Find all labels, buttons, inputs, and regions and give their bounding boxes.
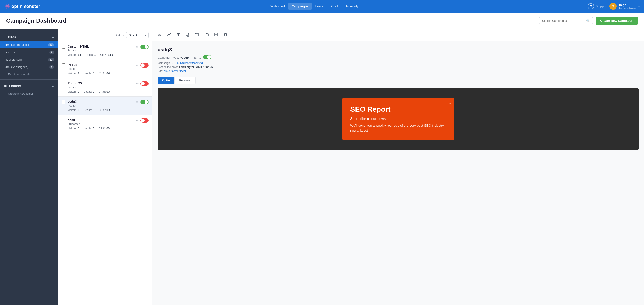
toolbar-copy-icon[interactable]	[184, 32, 191, 39]
campaign-checkbox[interactable]	[62, 100, 66, 104]
edit-icon[interactable]: ✏	[136, 82, 139, 85]
toggle-switch[interactable]	[140, 63, 148, 68]
nav-dashboard[interactable]: Dashboard	[266, 3, 288, 10]
search-icon[interactable]: 🔍	[586, 19, 590, 23]
toolbar-analytics-icon[interactable]	[166, 32, 172, 39]
sites-section-header[interactable]: □ Sites ▲	[0, 33, 58, 41]
campaign-item-popup[interactable]: Popup Popup Visitors: 1 Leads: 0 CR%: 0%…	[58, 60, 152, 78]
sidebar-item-no-site[interactable]: (no site assigned) 3	[0, 63, 58, 71]
nav-campaigns[interactable]: Campaigns	[288, 3, 312, 10]
search-box[interactable]: 🔍	[539, 17, 593, 24]
folders-label: Folders	[9, 84, 52, 88]
toolbar-archive-icon[interactable]	[194, 32, 200, 39]
toggle-switch[interactable]	[140, 81, 148, 86]
detail-type-label: Campaign Type: Popup	[158, 56, 189, 59]
sidebar-item-om-customer-local[interactable]: om-customer.local 12	[0, 41, 58, 49]
campaign-item-asdq3[interactable]: asdq3 Popup Visitors: 6 Leads: 0 CR%: 0%…	[58, 97, 152, 115]
folders-section-header[interactable]: ◉ Folders ▲	[0, 81, 58, 90]
edit-icon[interactable]: ✏	[136, 64, 139, 67]
toolbar-filter-icon[interactable]	[175, 32, 182, 39]
sort-select[interactable]: Oldest Newest Name A-Z Name Z-A	[126, 32, 148, 38]
toolbar-trash-icon[interactable]	[222, 32, 229, 39]
header-actions: 🔍 Create New Campaign	[539, 17, 638, 25]
support-link[interactable]: Support	[596, 5, 607, 8]
stat-leads: Leads: 1	[85, 53, 96, 57]
nav-leads[interactable]: Leads	[312, 3, 327, 10]
campaign-checkbox[interactable]	[62, 119, 66, 122]
campaign-checkbox[interactable]	[62, 64, 66, 67]
sidebar-item-badge: 11	[48, 58, 54, 61]
campaign-type: Popup	[68, 67, 134, 70]
sidebar-item-site-test[interactable]: site.test 0	[0, 49, 58, 56]
edit-icon[interactable]: ✏	[136, 45, 139, 49]
stat-visitors: Visitors: 1	[68, 72, 79, 75]
campaign-preview: × SEO Report Subscribe to our newsletter…	[158, 88, 638, 150]
toggle-track[interactable]	[140, 63, 148, 68]
campaign-checkbox[interactable]	[62, 45, 66, 49]
nav-proof[interactable]: Proof	[328, 3, 341, 10]
nav-links: Dashboard Campaigns Leads Proof Universi…	[266, 3, 362, 10]
logo-icon: 👾	[4, 3, 10, 9]
campaign-id-link[interactable]: u854v0wp6fw0sosktvt3	[175, 62, 203, 65]
toggle-switch[interactable]	[140, 100, 148, 104]
detail-status-label: Status:	[194, 55, 211, 60]
toggle-track[interactable]	[140, 118, 148, 123]
top-nav: 👾 optinmonster Dashboard Campaigns Leads…	[0, 0, 644, 13]
campaign-actions: ✏	[136, 63, 148, 68]
popup-close-icon[interactable]: ×	[448, 101, 451, 105]
page-title: Campaign Dashboard	[6, 17, 66, 24]
toggle-track[interactable]	[140, 100, 148, 104]
toolbar-edit-icon[interactable]: ✏	[157, 32, 163, 39]
sidebar-item-label: tjdsneto.com	[6, 58, 48, 61]
toolbar-note-icon[interactable]	[213, 32, 219, 39]
stat-visitors: Visitors: 0	[68, 127, 79, 130]
detail-tabs: Optin Success	[158, 77, 638, 84]
toolbar-folder-icon[interactable]	[203, 32, 210, 39]
campaign-stats: Visitors: 1 Leads: 0 CR%: 0%	[68, 72, 134, 75]
svg-rect-1	[186, 33, 188, 36]
stat-visitors: Visitors: 10	[68, 53, 81, 57]
nav-university[interactable]: University	[342, 3, 362, 10]
user-org: AwesomeMotive	[618, 7, 636, 10]
sites-label: Sites	[8, 35, 52, 39]
detail-campaign-title: asdq3	[158, 47, 638, 53]
campaign-stats: Visitors: 0 Leads: 0 CR%: 0%	[68, 127, 134, 130]
toggle-switch[interactable]	[140, 45, 148, 49]
toggle-track[interactable]	[140, 81, 148, 86]
nav-right: ? Support T Tiago AwesomeMotive ▾	[588, 3, 640, 10]
toggle-knob	[141, 64, 144, 67]
create-folder-link[interactable]: + Create a new folder	[0, 90, 58, 97]
main-layout: □ Sites ▲ om-customer.local 12 site.test…	[0, 29, 644, 305]
detail-last-edited: Last edited on on February 24, 2020, 1:4…	[158, 66, 638, 69]
toggle-switch[interactable]	[140, 118, 148, 123]
tab-success[interactable]: Success	[174, 77, 196, 84]
stat-cr: CR%: 0%	[99, 109, 110, 112]
toggle-track[interactable]	[140, 45, 148, 49]
search-input[interactable]	[542, 19, 584, 23]
tab-optin[interactable]: Optin	[158, 77, 174, 84]
sidebar-item-badge: 12	[48, 43, 54, 47]
detail-status-toggle[interactable]	[203, 55, 211, 60]
stat-leads: Leads: 0	[84, 72, 94, 75]
campaign-item-custom-html[interactable]: Custom HTML Popup Visitors: 10 Leads: 1 …	[58, 42, 152, 60]
help-button[interactable]: ?	[588, 3, 594, 10]
create-site-link[interactable]: + Create a new site	[0, 71, 58, 78]
status-toggle-knob	[207, 55, 211, 59]
site-link[interactable]: om-customer.local	[164, 70, 186, 73]
campaign-info: Popup 35 Popup Visitors: 0 Leads: 0 CR%:…	[68, 81, 134, 93]
campaign-item-popup-35[interactable]: Popup 35 Popup Visitors: 0 Leads: 0 CR%:…	[58, 78, 152, 97]
detail-content: asdq3 Campaign Type: Popup Status: Campa	[152, 42, 644, 305]
campaign-stats: Visitors: 10 Leads: 1 CR%: 10%	[68, 53, 134, 57]
campaign-checkbox[interactable]	[62, 82, 66, 85]
user-menu[interactable]: T Tiago AwesomeMotive ▾	[610, 3, 640, 10]
edit-icon[interactable]: ✏	[136, 119, 139, 122]
logo[interactable]: 👾 optinmonster	[4, 3, 40, 9]
edit-icon[interactable]: ✏	[136, 100, 139, 104]
campaign-item-dasd[interactable]: dasd Fullscreen Visitors: 0 Leads: 0 CR%…	[58, 115, 152, 133]
sidebar-item-label: om-customer.local	[6, 43, 48, 47]
create-campaign-button[interactable]: Create New Campaign	[596, 17, 638, 25]
campaign-name: Popup	[68, 63, 134, 67]
popup-body: We'll send you a weekly roundup of the v…	[350, 123, 446, 133]
sidebar-item-tjdsneto[interactable]: tjdsneto.com 11	[0, 56, 58, 63]
sidebar: □ Sites ▲ om-customer.local 12 site.test…	[0, 29, 58, 305]
